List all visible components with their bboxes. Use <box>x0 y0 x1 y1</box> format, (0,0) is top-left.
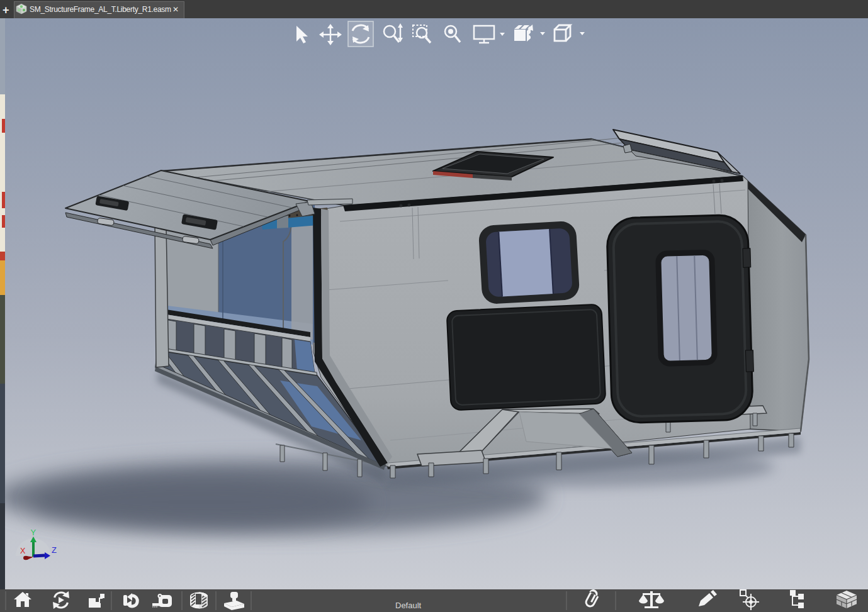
svg-text:Default: Default <box>395 601 422 610</box>
svg-text:X: X <box>20 547 26 555</box>
svg-text:Y: Y <box>31 528 37 537</box>
svg-text:Z: Z <box>52 545 57 555</box>
